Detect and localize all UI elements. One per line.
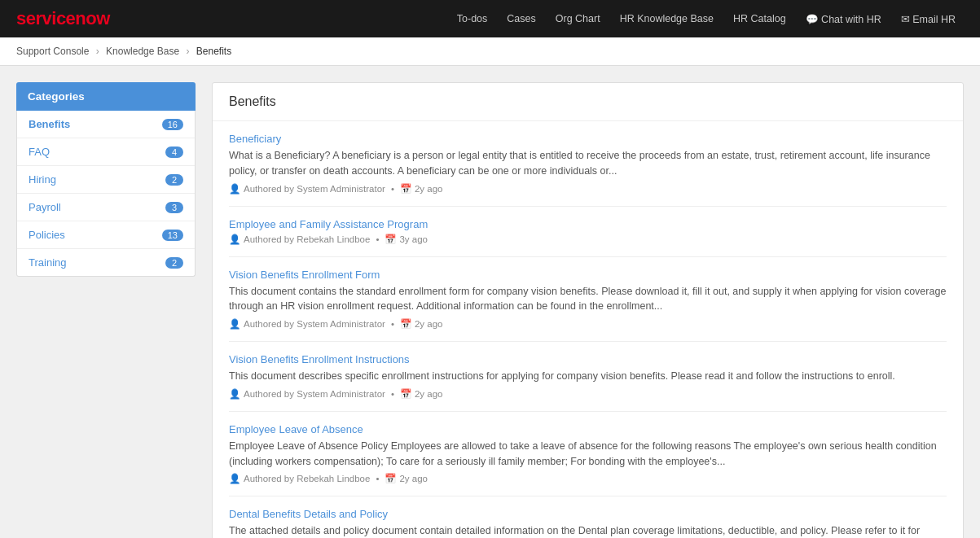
main-layout: Categories Benefits 16 FAQ 4 Hiring 2 Pa… [0,66,980,538]
cal-icon-3: 📅 [400,318,411,330]
article-beneficiary-author: Authored by System Administrator [244,184,385,194]
logo-suffix: now [75,8,110,28]
article-efap: Employee and Family Assistance Program 👤… [229,207,947,257]
breadcrumb-knowledge-base[interactable]: Knowledge Base [106,46,179,57]
article-leave-absence-excerpt: Employee Leave of Absence Policy Employe… [229,439,947,470]
sidebar-item-policies-count: 13 [162,230,183,241]
sidebar-item-benefits[interactable]: Benefits 16 [17,111,195,138]
breadcrumb-current: Benefits [196,46,231,57]
meta-dot-3: • [391,319,394,329]
nav-todos[interactable]: To-dos [449,8,496,29]
sidebar: Categories Benefits 16 FAQ 4 Hiring 2 Pa… [16,82,196,538]
article-beneficiary: Beneficiary What is a Beneficiary? A ben… [229,121,947,207]
article-leave-absence-meta: 👤 Authored by Rebekah Lindboe • 📅 2y ago [229,473,947,484]
article-leave-absence-title[interactable]: Employee Leave of Absence [229,423,947,435]
article-leave-absence-author: Authored by Rebekah Lindboe [244,474,370,483]
sidebar-item-payroll[interactable]: Payroll 3 [17,194,195,221]
sidebar-item-hiring[interactable]: Hiring 2 [17,166,195,194]
article-vision-form-meta: 👤 Authored by System Administrator • 📅 2… [229,318,947,330]
meta-dot-5: • [376,474,379,483]
meta-dot-4: • [391,389,394,399]
article-list: Beneficiary What is a Beneficiary? A ben… [213,121,963,538]
article-efap-title[interactable]: Employee and Family Assistance Program [229,218,947,230]
article-vision-form-title[interactable]: Vision Benefits Enrollment Form [229,269,947,281]
article-efap-meta: 👤 Authored by Rebekah Lindboe • 📅 3y ago [229,234,947,245]
meta-dot-2: • [376,234,379,244]
sidebar-item-faq-count: 4 [165,147,183,158]
top-nav: servicenow To-dos Cases Org Chart HR Kno… [0,0,980,37]
article-efap-author: Authored by Rebekah Lindboe [244,234,370,244]
sidebar-item-payroll-label: Payroll [29,201,61,213]
sidebar-item-training[interactable]: Training 2 [17,249,195,276]
article-beneficiary-title[interactable]: Beneficiary [229,133,947,145]
user-icon-5: 👤 [229,473,240,484]
article-dental-title[interactable]: Dental Benefits Details and Policy [229,508,947,520]
sidebar-item-payroll-count: 3 [165,202,183,213]
article-vision-form: Vision Benefits Enrollment Form This doc… [229,257,947,343]
cal-icon-2: 📅 [385,234,396,245]
sidebar-item-hiring-count: 2 [165,174,183,186]
article-vision-form-author: Authored by System Administrator [244,319,385,329]
breadcrumb-sep-2: › [187,46,190,57]
nav-cases[interactable]: Cases [499,8,543,29]
sidebar-item-policies-label: Policies [29,229,65,241]
article-beneficiary-age: 2y ago [415,184,443,194]
sidebar-header: Categories [16,82,196,111]
sidebar-body: Benefits 16 FAQ 4 Hiring 2 Payroll 3 Pol… [16,111,196,277]
nav-hr-catalog[interactable]: HR Catalog [725,8,794,29]
user-icon: 👤 [229,183,240,195]
article-dental-excerpt: The attached details and policy document… [229,523,947,538]
article-efap-age: 3y ago [399,234,428,244]
breadcrumb-support-console[interactable]: Support Console [16,46,89,57]
user-icon-2: 👤 [229,234,240,245]
sidebar-item-faq[interactable]: FAQ 4 [17,138,195,166]
content-title: Benefits [213,83,963,121]
nav-email-hr[interactable]: ✉ Email HR [893,8,964,30]
nav-org-chart[interactable]: Org Chart [547,8,609,29]
user-icon-4: 👤 [229,388,240,400]
breadcrumb: Support Console › Knowledge Base › Benef… [0,37,980,66]
article-vision-instructions-age: 2y ago [415,389,443,399]
cal-icon-5: 📅 [385,473,396,484]
sidebar-item-training-label: Training [29,256,66,269]
article-beneficiary-excerpt: What is a Beneficiary? A beneficiary is … [229,148,947,179]
sidebar-item-training-count: 2 [165,257,183,269]
article-leave-absence-age: 2y ago [399,474,428,483]
nav-hr-knowledge-base[interactable]: HR Knowledge Base [612,8,722,29]
user-icon-3: 👤 [229,318,240,330]
breadcrumb-sep-1: › [96,46,99,57]
sidebar-item-hiring-label: Hiring [29,173,56,186]
cal-icon: 📅 [400,183,411,195]
article-vision-form-excerpt: This document contains the standard enro… [229,284,947,315]
article-vision-instructions-author: Authored by System Administrator [244,389,385,399]
article-vision-instructions-title[interactable]: Vision Benefits Enrollment Instructions [229,353,947,365]
article-vision-instructions-meta: 👤 Authored by System Administrator • 📅 2… [229,388,947,400]
logo-prefix: service [16,8,75,28]
cal-icon-4: 📅 [400,388,411,400]
nav-links: To-dos Cases Org Chart HR Knowledge Base… [449,8,964,30]
content-area: Benefits Beneficiary What is a Beneficia… [212,82,964,538]
article-vision-instructions: Vision Benefits Enrollment Instructions … [229,342,947,412]
sidebar-item-faq-label: FAQ [29,146,50,158]
article-beneficiary-meta: 👤 Authored by System Administrator • 📅 2… [229,183,947,195]
meta-dot: • [391,184,394,194]
article-vision-instructions-excerpt: This document describes specific enrollm… [229,369,947,384]
sidebar-item-benefits-count: 16 [162,119,183,130]
nav-chat-with-hr[interactable]: 💬 Chat with HR [798,8,890,30]
article-vision-form-age: 2y ago [415,319,443,329]
sidebar-item-policies[interactable]: Policies 13 [17,221,195,249]
logo: servicenow [16,8,110,29]
article-leave-absence: Employee Leave of Absence Employee Leave… [229,412,947,497]
article-dental: Dental Benefits Details and Policy The a… [229,496,947,538]
sidebar-item-benefits-label: Benefits [29,118,70,130]
